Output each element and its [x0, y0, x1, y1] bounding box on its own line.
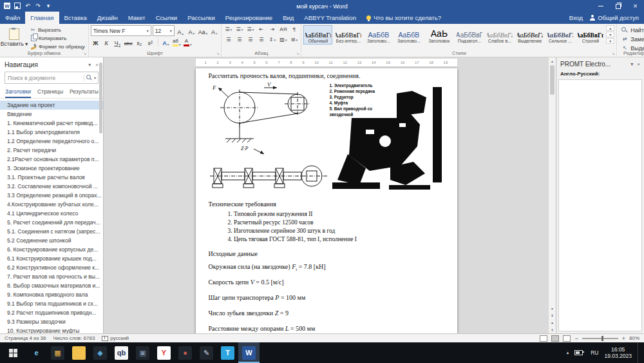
heading-item[interactable]: 5.2 Соединение шпонкой — [0, 236, 103, 245]
styles-dialog-launcher[interactable]: ↘ — [611, 51, 616, 56]
taskbar-app[interactable]: ▦ — [47, 342, 68, 363]
taskbar-clock[interactable]: 16:05 19.03.2023 — [604, 346, 632, 359]
cut-button[interactable]: ✂Вырезать — [28, 26, 86, 34]
scroll-down-button[interactable]: ▾ — [549, 305, 556, 312]
heading-item[interactable]: 5. Расчет соединений для передач... — [0, 218, 103, 227]
minimize-button[interactable] — [592, 0, 609, 12]
heading-item[interactable]: 4.Конструирование зубчатых коле... — [0, 200, 103, 209]
heading-item[interactable]: 6. Конструирование корпусных де... — [0, 245, 103, 254]
language-indicator[interactable]: русский — [102, 335, 129, 341]
start-button[interactable] — [0, 342, 26, 363]
tell-me-box[interactable]: Что вы хотите сделать? — [361, 12, 446, 24]
zoom-in-button[interactable]: + — [622, 335, 625, 342]
ribbon-tab[interactable]: Дизайн — [92, 12, 123, 24]
shading-button[interactable]: ▨▾ — [278, 35, 288, 44]
heading-item[interactable]: 3.1. Проектные расчеты валов — [0, 173, 103, 182]
heading-item[interactable]: 10. Конструирование муфты — [0, 326, 103, 333]
search-input[interactable] — [5, 75, 82, 81]
style-item[interactable]: АаБбВвГг Слабое в... — [485, 25, 514, 44]
clipboard-dialog-launcher[interactable]: ↘ — [82, 51, 88, 56]
style-item[interactable]: АаБбВвГг Обычный — [303, 25, 332, 44]
taskbar-app[interactable]: ● — [175, 342, 196, 363]
font-color-button[interactable]: А▾ — [183, 37, 193, 46]
heading-item[interactable]: 1.1 Выбор электродвигателя — [0, 128, 103, 137]
font-size-combo[interactable]: 12▾ — [153, 25, 175, 36]
heading-item[interactable]: 1. Кинематический расчет привод... — [0, 119, 103, 128]
bullets-button[interactable]: ☰▾ — [223, 25, 233, 34]
format-painter-button[interactable]: Формат по образцу — [28, 43, 86, 50]
word-count[interactable]: Число слов: 6783 — [53, 335, 95, 341]
heading-item[interactable]: 9. Компоновка приводного вала — [0, 290, 103, 299]
restore-button[interactable] — [609, 0, 627, 12]
zoom-out-button[interactable]: − — [574, 335, 578, 342]
taskbar-app[interactable]: qb — [111, 342, 132, 363]
print-layout-button[interactable] — [551, 335, 559, 342]
ribbon-tab[interactable]: Ссылки — [151, 12, 182, 24]
heading-item[interactable]: 2.1Расчет основных параметров п... — [0, 155, 103, 164]
browse-object-button[interactable]: ● — [549, 319, 556, 326]
share-button[interactable]: Общий доступ — [589, 14, 639, 21]
style-item[interactable]: АаБбВвГг Без интер... — [334, 25, 363, 44]
style-item[interactable]: АаБбВвГ Подзагол... — [455, 25, 484, 44]
heading-item[interactable]: Введение — [0, 110, 103, 119]
shrink-font-button[interactable]: А▾ — [187, 26, 196, 35]
heading-item[interactable]: 6.2 Конструктивное оформление к... — [0, 263, 103, 272]
heading-item[interactable]: 6.1 Конструирование крышек под... — [0, 254, 103, 263]
paste-button[interactable]: Вставить▾ — [2, 25, 26, 50]
font-dialog-launcher[interactable]: ↘ — [215, 51, 220, 56]
ribbon-tab[interactable]: Главная — [25, 12, 59, 24]
save-button[interactable] — [14, 1, 21, 10]
ribbon-tab[interactable]: Рецензирование — [220, 12, 278, 24]
borders-button[interactable]: ⊞▾ — [289, 35, 299, 44]
web-layout-button[interactable] — [563, 335, 571, 342]
read-mode-button[interactable] — [540, 335, 547, 342]
navigation-tab[interactable]: Результаты — [70, 87, 99, 98]
styles-scroll-down-button[interactable]: ▾ — [606, 32, 614, 37]
heading-item[interactable]: 3.3 Определение реакций в опорах... — [0, 191, 103, 200]
align-left-button[interactable]: ☰ — [223, 35, 233, 44]
heading-item[interactable]: 9.3 Размеры звездочки — [0, 317, 103, 326]
sign-in-button[interactable]: Вход — [569, 14, 583, 21]
qat-customize-button[interactable]: ▾ — [45, 1, 52, 10]
superscript-button[interactable]: x² — [146, 37, 155, 46]
navigation-pane-close-button[interactable]: × — [95, 62, 99, 68]
page-indicator[interactable]: Страница 4 из 36 — [5, 335, 46, 341]
taskbar-app[interactable]: e — [26, 342, 47, 363]
navigation-scrollbar-thumb[interactable] — [99, 63, 102, 133]
heading-item[interactable]: 4.1 Цилиндрическое колесо — [0, 209, 103, 218]
text-effects-button[interactable]: А▾ — [161, 37, 171, 46]
sort-button[interactable]: АЯ — [278, 25, 288, 34]
clear-formatting-button[interactable]: А× — [209, 26, 219, 35]
heading-item[interactable]: 9.1 Выбор типа подшипников и сх... — [0, 299, 103, 308]
change-case-button[interactable]: Аа▾ — [198, 26, 209, 35]
justify-button[interactable]: ☰ — [256, 35, 266, 44]
ribbon-tab[interactable]: Вставка — [59, 12, 92, 24]
bold-button[interactable]: Ж — [91, 37, 100, 46]
heading-item[interactable]: 1.2 Определение передаточного о... — [0, 137, 103, 146]
taskbar-app[interactable]: ✎ — [196, 342, 217, 363]
taskbar-app[interactable]: ◆ — [90, 342, 111, 363]
style-item[interactable]: АаЬ Заголовок — [424, 25, 453, 44]
redo-button[interactable]: ↷ — [35, 1, 41, 10]
align-center-button[interactable]: ☰ — [234, 35, 244, 44]
taskbar-app[interactable]: W — [238, 342, 260, 363]
taskbar-app[interactable]: T — [217, 342, 238, 363]
keyboard-language[interactable]: RU — [591, 349, 598, 356]
promt-pane-options-button[interactable]: ▾ — [630, 61, 633, 67]
navigation-tab[interactable]: Заголовки — [5, 87, 31, 98]
ribbon-tab[interactable]: ABBYY Translation — [299, 12, 361, 24]
previous-page-button[interactable]: ⇞ — [549, 312, 556, 319]
replace-button[interactable]: ⇄Заменить — [621, 35, 644, 43]
heading-item[interactable]: 2. Расчет передачи — [0, 146, 103, 155]
document-page[interactable]: Рассчитать прочность валов, подшипники, … — [196, 68, 457, 333]
grow-font-button[interactable]: А▴ — [176, 26, 185, 35]
multilevel-list-button[interactable]: ☰▾ — [245, 25, 255, 34]
ribbon-tab[interactable]: Файл — [0, 12, 25, 24]
search-icon[interactable] — [86, 75, 92, 81]
scroll-up-button[interactable]: ▴ — [549, 57, 556, 64]
heading-item[interactable]: 8. Выбор смазочных материалов и... — [0, 281, 103, 290]
heading-item[interactable]: 3.2. Составление компоновочной ... — [0, 182, 103, 191]
ribbon-tab[interactable]: Вид — [278, 12, 299, 24]
next-page-button[interactable]: ⇟ — [549, 326, 556, 333]
battery-icon[interactable] — [574, 350, 583, 355]
